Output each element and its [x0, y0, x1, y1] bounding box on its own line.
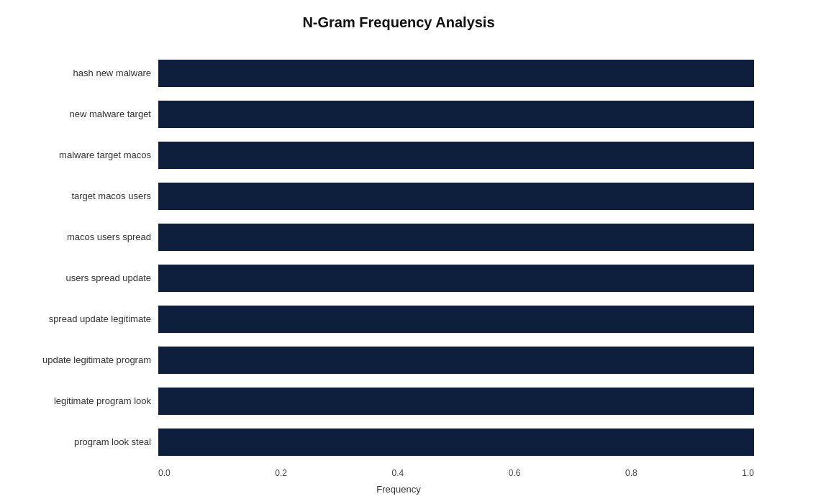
- bar-label: target macos users: [14, 191, 151, 201]
- bar-row: hash new malware: [158, 52, 754, 93]
- bar-fill: [158, 347, 754, 374]
- chart-container: N-Gram Frequency Analysis hash new malwa…: [0, 0, 826, 504]
- bar-label: spread update legitimate: [14, 313, 151, 324]
- bar-label: hash new malware: [14, 68, 151, 78]
- bar-row: update legitimate program: [158, 339, 754, 380]
- bar-label: update legitimate program: [14, 354, 151, 365]
- x-tick: 0.2: [275, 468, 287, 478]
- x-tick: 1.0: [742, 468, 754, 478]
- bar-background: [158, 224, 754, 251]
- bar-fill: [158, 224, 754, 251]
- bar-fill: [158, 183, 754, 210]
- bar-row: spread update legitimate: [158, 298, 754, 339]
- x-tick: 0.8: [625, 468, 637, 478]
- chart-title: N-Gram Frequency Analysis: [14, 14, 783, 31]
- bar-row: program look steal: [158, 421, 754, 462]
- bar-label: malware target macos: [14, 150, 151, 160]
- x-tick: 0.6: [509, 468, 521, 478]
- bar-background: [158, 429, 754, 456]
- bar-fill: [158, 388, 754, 415]
- bar-background: [158, 142, 754, 169]
- bar-row: users spread update: [158, 257, 754, 298]
- bar-background: [158, 265, 754, 292]
- bar-label: users spread update: [14, 272, 151, 283]
- x-tick: 0.0: [158, 468, 171, 478]
- x-axis: 0.00.20.40.60.81.0: [158, 468, 754, 478]
- bar-background: [158, 388, 754, 415]
- x-tick: 0.4: [392, 468, 404, 478]
- bar-row: malware target macos: [158, 134, 754, 175]
- bar-fill: [158, 265, 754, 292]
- bar-row: target macos users: [158, 175, 754, 216]
- chart-area: hash new malwarenew malware targetmalwar…: [158, 52, 754, 462]
- bar-background: [158, 347, 754, 374]
- bar-background: [158, 183, 754, 210]
- bar-label: legitimate program look: [14, 395, 151, 406]
- bar-row: macos users spread: [158, 216, 754, 257]
- bar-fill: [158, 142, 754, 169]
- bar-fill: [158, 101, 754, 128]
- bar-fill: [158, 306, 754, 333]
- bar-row: new malware target: [158, 93, 754, 134]
- bar-fill: [158, 429, 754, 456]
- bar-background: [158, 60, 754, 87]
- bar-row: legitimate program look: [158, 380, 754, 421]
- bar-label: new malware target: [14, 109, 151, 119]
- bar-label: program look steal: [14, 436, 151, 447]
- bar-fill: [158, 60, 754, 87]
- x-axis-label: Frequency: [14, 484, 783, 495]
- bar-background: [158, 306, 754, 333]
- bar-background: [158, 101, 754, 128]
- bar-label: macos users spread: [14, 232, 151, 242]
